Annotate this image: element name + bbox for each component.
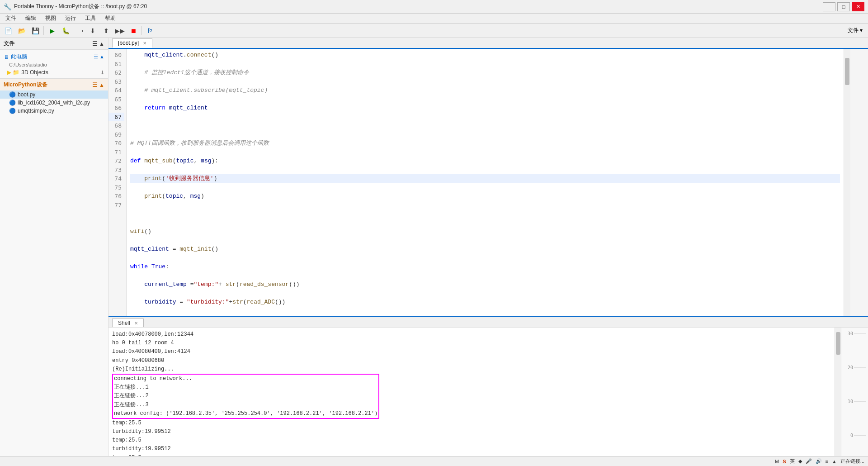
sidebar-item-bootpy[interactable]: 🔵 boot.py — [0, 90, 108, 99]
toolbar-step-into[interactable]: ⬇ — [86, 25, 99, 37]
sidebar-scroll-h[interactable]: ⬇ — [100, 70, 104, 76]
shell-line-4: (Re)Initializing... — [112, 365, 831, 374]
code-line-73: current_temp ="temp:"+ str(read_ds_senso… — [130, 280, 840, 289]
toolbar-files-label[interactable]: 文件 ▾ — [844, 26, 866, 35]
main: 文件 ☰ ▲ 🖥 此电脑 ☰ ▲ C:\Users\aistudio ▶ 📁 3… — [0, 38, 868, 456]
menu-tools[interactable]: 工具 — [81, 14, 99, 23]
code-line-62: # mqtt_client.subscribe(mqtt_topic) — [130, 86, 840, 95]
sidebar-device-header: MicroPython设备 ☰ ▲ — [0, 79, 108, 90]
shell-line-6: 正在链接...1 — [114, 383, 377, 392]
sidebar-files-label: 文件 — [4, 40, 14, 48]
status-speaker[interactable]: 🔊 — [816, 458, 822, 464]
editor-chart-panel — [850, 49, 868, 316]
toolbar-flag[interactable]: 🏳 — [144, 25, 156, 37]
line-num-75: 75 — [108, 183, 124, 192]
editor-tab-bootpy[interactable]: [boot.py] ✕ — [112, 38, 152, 48]
line-num-63: 63 — [108, 77, 124, 86]
status-diamond: ◆ — [798, 458, 802, 464]
titlebar-title: Portable Thonny - MicroPython设备 :: /boot… — [14, 3, 147, 10]
toolbar-save[interactable]: 💾 — [29, 25, 42, 37]
chart-gridline-20 — [854, 367, 866, 368]
line-numbers: 60 61 62 63 64 65 66 67 68 69 70 71 72 7… — [108, 49, 127, 316]
editor-vscrollbar[interactable] — [844, 49, 850, 316]
code-line-67: print('收到服务器信息') — [130, 174, 840, 183]
folder-icon: ▶ 📁 — [7, 69, 19, 76]
status-s: S — [783, 459, 786, 464]
sidebar-device-collapse[interactable]: ▲ — [99, 82, 104, 88]
status-menu[interactable]: ≡ — [826, 459, 828, 464]
chart-row-20: 20 — [843, 365, 866, 370]
shell-line-1: ho 0 tail 12 room 4 — [112, 339, 831, 347]
status-up[interactable]: ▲ — [832, 459, 837, 464]
statusbar: M S 英 ◆ 🎤 🔊 ≡ ▲ 正在链接... — [0, 456, 868, 466]
code-area[interactable]: mqtt_client.connect() # 监控ledct1这个通道，接收控… — [127, 49, 844, 316]
menu-file[interactable]: 文件 — [2, 14, 20, 23]
close-button[interactable]: ✕ — [852, 2, 864, 11]
shell-line-7: 正在链接...2 — [114, 392, 377, 400]
app-icon: 🔧 — [4, 3, 11, 10]
line-num-73: 73 — [108, 166, 124, 175]
shell-vscroll-thumb[interactable] — [836, 332, 840, 355]
shell-panel: Shell ✕ load:0x40078000,len:12344 ho 0 t… — [108, 316, 868, 456]
toolbar-new[interactable]: 📄 — [2, 25, 14, 37]
shell-vscrollbar[interactable] — [835, 328, 841, 456]
sidebar-item-umqtt-label: umqttsimple.py — [18, 108, 54, 114]
menu-run[interactable]: 运行 — [61, 14, 80, 23]
chart-gridline-0 — [854, 435, 866, 436]
py-icon-boot: 🔵 — [9, 91, 16, 98]
menu-view[interactable]: 视图 — [42, 14, 60, 23]
chart-gridline-30 — [854, 333, 866, 334]
titlebar-left: 🔧 Portable Thonny - MicroPython设备 :: /bo… — [4, 3, 147, 10]
sidebar-item-libpy[interactable]: 🔵 lib_lcd1602_2004_with_i2c.py — [0, 99, 108, 107]
minimize-button[interactable]: ─ — [823, 2, 835, 11]
sidebar-menu-icon[interactable]: ☰ — [92, 41, 97, 47]
line-num-74: 74 — [108, 174, 124, 183]
shell-line-13: turbidity:19.99512 — [112, 445, 831, 453]
status-lang[interactable]: 英 — [790, 458, 795, 465]
tab-close-icon[interactable]: ✕ — [143, 41, 146, 46]
menu-edit[interactable]: 编辑 — [22, 14, 40, 23]
computer-icon: 🖥 — [4, 54, 9, 60]
menu-help[interactable]: 帮助 — [101, 14, 119, 23]
shell-line-2: load:0x40080400,len:4124 — [112, 347, 831, 356]
sidebar-device-label: MicroPython设备 — [4, 81, 47, 89]
code-line-71: mqtt_client = mqtt_init() — [130, 245, 840, 254]
chart-panel: 30 20 10 — [841, 328, 868, 456]
shell-text[interactable]: load:0x40078000,len:12344 ho 0 tail 12 r… — [108, 328, 835, 456]
toolbar-stop[interactable]: ⏹ — [127, 25, 140, 37]
toolbar-debug[interactable]: 🐛 — [59, 25, 72, 37]
code-line-61: # 监控ledct1这个通道，接收控制命令 — [130, 68, 840, 77]
status-mic[interactable]: 🎤 — [806, 458, 812, 464]
toolbar-step-out[interactable]: ⬆ — [100, 25, 113, 37]
toolbar-run[interactable]: ▶ — [46, 25, 58, 37]
sidebar-device-menu[interactable]: ☰ — [92, 82, 97, 88]
shell-tab-close[interactable]: ✕ — [134, 321, 138, 326]
line-num-67: 67 — [108, 113, 124, 122]
line-num-62: 62 — [108, 68, 124, 77]
chart-row-0: 0 — [843, 433, 866, 438]
shell-line-8: 正在链接...3 — [114, 401, 377, 409]
sidebar-pc-collapse[interactable]: ▲ — [99, 54, 104, 60]
chart-label-20: 20 — [843, 365, 853, 370]
sidebar-collapse-icon[interactable]: ▲ — [99, 41, 104, 47]
line-num-76: 76 — [108, 192, 124, 201]
code-line-60: mqtt_client.connect() — [130, 51, 840, 60]
chart-gridline-10 — [854, 401, 866, 402]
sidebar-pc-label[interactable]: 🖥 此电脑 ☰ ▲ — [0, 52, 108, 62]
sidebar-item-3dobjects[interactable]: ▶ 📁 3D Objects ⬇ — [0, 68, 108, 76]
code-line-66: def mqtt_sub(topic, msg): — [130, 157, 840, 166]
toolbar-resume[interactable]: ▶▶ — [113, 25, 126, 37]
editor-vscroll-thumb[interactable] — [845, 58, 849, 85]
sidebar-item-umqtt[interactable]: 🔵 umqttsimple.py — [0, 107, 108, 115]
maximize-button[interactable]: □ — [837, 2, 850, 11]
sidebar-item-libpy-label: lib_lcd1602_2004_with_i2c.py — [18, 100, 90, 106]
toolbar-step-over[interactable]: ⟶ — [73, 25, 85, 37]
chart-label-10: 10 — [843, 399, 853, 404]
editor-container: 60 61 62 63 64 65 66 67 68 69 70 71 72 7… — [108, 49, 868, 316]
shell-tab[interactable]: Shell ✕ — [112, 319, 144, 327]
editor-tab-label: [boot.py] — [118, 40, 139, 46]
shell-tabs: Shell ✕ — [108, 317, 868, 328]
titlebar-controls: ─ □ ✕ — [823, 2, 864, 11]
toolbar-open[interactable]: 📂 — [15, 25, 28, 37]
sidebar-pc-menu[interactable]: ☰ — [94, 54, 98, 60]
